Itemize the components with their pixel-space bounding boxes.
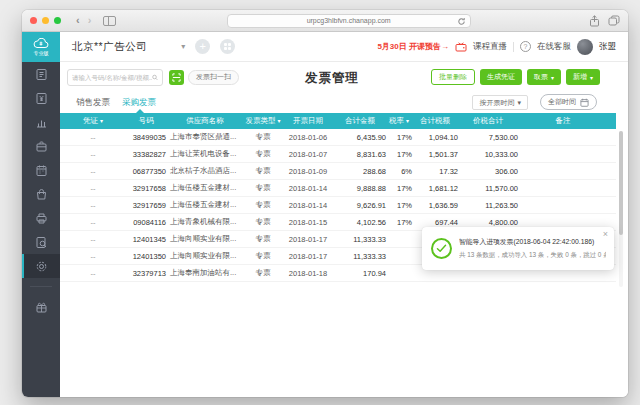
apps-grid-icon bbox=[224, 43, 231, 50]
add-company-button[interactable]: + bbox=[195, 39, 210, 54]
table-row[interactable]: -- 38499035 上海市奉贤区鼎通... 专票 2018-01-06 6,… bbox=[60, 129, 616, 146]
generate-voucher-button[interactable]: 生成凭证 bbox=[480, 69, 522, 85]
time-filter-button[interactable]: 按开票时间▾ bbox=[472, 95, 528, 110]
promo-link[interactable]: 5月30日 开课预告→ bbox=[377, 41, 449, 52]
cell-issue-date: 2018-01-07 bbox=[282, 150, 334, 159]
cell-total-tax: 1,636.59 bbox=[412, 201, 458, 210]
apps-grid-button[interactable] bbox=[220, 39, 235, 54]
cell-supplier: 上海伍楼五金建材... bbox=[166, 183, 244, 193]
cell-issue-date: 2018-01-09 bbox=[282, 167, 334, 176]
cell-total-with-tax: 11,570.00 bbox=[458, 184, 518, 193]
col-supplier: 供应商名称 bbox=[166, 116, 244, 126]
edition-label: 专业版 bbox=[34, 50, 49, 56]
cell-invoice-type: 专票 bbox=[244, 200, 282, 210]
sidebar-item-gift[interactable] bbox=[22, 295, 60, 319]
traffic-light-close[interactable] bbox=[30, 17, 37, 24]
sort-caret-icon: ▾ bbox=[277, 118, 280, 124]
batch-delete-button[interactable]: 批量删除 bbox=[431, 69, 475, 85]
all-time-button[interactable]: 全部时间 bbox=[540, 94, 597, 110]
help-icon: ? bbox=[520, 41, 531, 52]
col-total-with-tax: 价税合计 bbox=[458, 116, 518, 126]
cell-voucher: -- bbox=[60, 167, 126, 176]
cell-invoice-type: 专票 bbox=[244, 234, 282, 244]
col-invoice-type[interactable]: 发票类型▾ bbox=[244, 116, 282, 126]
search-icon[interactable] bbox=[152, 73, 158, 82]
money-doc-icon bbox=[35, 92, 48, 105]
traffic-light-minimize[interactable] bbox=[42, 17, 49, 24]
tab-sales-invoices[interactable]: 销售发票 bbox=[76, 97, 110, 109]
invoice-scan-button[interactable] bbox=[169, 70, 184, 85]
user-avatar[interactable] bbox=[577, 39, 593, 55]
table-row[interactable]: -- 33382827 上海让茉机电设备... 专票 2018-01-07 8,… bbox=[60, 146, 616, 163]
user-name[interactable]: 张盟 bbox=[599, 41, 616, 53]
live-course-link[interactable]: 课程直播 bbox=[473, 41, 507, 53]
search-input[interactable] bbox=[72, 74, 152, 81]
company-name[interactable]: 北京**广告公司 bbox=[72, 40, 147, 54]
tab-bar: 销售发票 采购发票 按开票时间▾ 全部时间 bbox=[60, 92, 628, 113]
forward-icon[interactable]: › bbox=[88, 15, 92, 26]
cell-number: 38499035 bbox=[126, 133, 166, 142]
sidebar-item-funds[interactable] bbox=[22, 86, 60, 110]
sidebar-item-purchase[interactable] bbox=[22, 182, 60, 206]
calendar-icon bbox=[35, 164, 48, 177]
col-tax-rate[interactable]: 税率▾ bbox=[386, 116, 412, 126]
scrollbar-thumb[interactable] bbox=[619, 131, 623, 235]
cell-voucher: -- bbox=[60, 150, 126, 159]
cell-total-amount: 9,888.88 bbox=[334, 184, 386, 193]
traffic-light-zoom[interactable] bbox=[54, 17, 61, 24]
sidebar-item-assets[interactable] bbox=[22, 134, 60, 158]
cell-total-with-tax: 306.00 bbox=[458, 167, 518, 176]
sort-caret-icon: ▾ bbox=[100, 118, 103, 124]
url-bar[interactable]: urpcg3hlbfvn.chanapp.com bbox=[227, 14, 471, 28]
back-icon[interactable]: ‹ bbox=[76, 15, 80, 26]
sidebar-toggle-icon[interactable] bbox=[103, 16, 116, 26]
cell-number: 06877350 bbox=[126, 167, 166, 176]
toast-detail: 共 13 条数据，成功导入 13 条，失败 0 条，跳过 0 条 bbox=[459, 251, 606, 260]
tab-purchase-invoices[interactable]: 采购发票 bbox=[122, 97, 156, 109]
table-row[interactable]: -- 32917659 上海伍楼五金建材... 专票 2018-01-14 9,… bbox=[60, 197, 616, 214]
app-logo[interactable]: 专业版 bbox=[22, 32, 60, 62]
cell-tax-rate: 6% bbox=[386, 167, 412, 176]
share-icon[interactable] bbox=[589, 15, 600, 27]
cell-tax-rate: 17% bbox=[386, 184, 412, 193]
cell-voucher: -- bbox=[60, 201, 126, 210]
refresh-icon[interactable] bbox=[457, 17, 466, 26]
add-new-button[interactable]: 新增▾ bbox=[566, 69, 600, 85]
table-row[interactable]: -- 06877350 北京桔子水晶酒店... 专票 2018-01-09 28… bbox=[60, 163, 616, 180]
shop-icon bbox=[35, 188, 48, 201]
cell-voucher: -- bbox=[60, 133, 126, 142]
search-box bbox=[67, 69, 163, 86]
sidebar-item-settings[interactable] bbox=[22, 254, 60, 278]
success-check-icon bbox=[431, 238, 452, 259]
sidebar-item-printer[interactable] bbox=[22, 206, 60, 230]
cell-number: 32379713 bbox=[126, 269, 166, 278]
tabs-icon[interactable] bbox=[608, 15, 620, 26]
cell-issue-date: 2018-01-17 bbox=[282, 252, 334, 261]
toast-close-icon[interactable]: × bbox=[603, 230, 608, 239]
sidebar-item-reports[interactable] bbox=[22, 110, 60, 134]
company-caret-icon[interactable]: ▾ bbox=[181, 42, 185, 51]
col-voucher[interactable]: 凭证▾ bbox=[60, 116, 126, 126]
cell-total-with-tax: 4,800.00 bbox=[458, 218, 518, 227]
page-title: 发票管理 bbox=[305, 70, 359, 87]
caret-down-icon: ▾ bbox=[517, 99, 521, 107]
table-row[interactable]: -- 32917658 上海伍楼五金建材... 专票 2018-01-14 9,… bbox=[60, 180, 616, 197]
doc-search-icon bbox=[35, 236, 48, 249]
cell-voucher: -- bbox=[60, 218, 126, 227]
gift-icon bbox=[35, 301, 48, 314]
caret-down-icon: ▾ bbox=[551, 74, 554, 81]
col-remarks: 备注 bbox=[518, 116, 608, 126]
fetch-invoice-button[interactable]: 取票▾ bbox=[527, 69, 561, 85]
cell-supplier: 上海市奉贤区鼎通... bbox=[166, 132, 244, 142]
cell-total-amount: 6,435.90 bbox=[334, 133, 386, 142]
invoice-scan-label[interactable]: 发票扫一扫 bbox=[188, 70, 239, 85]
sidebar-item-schedule[interactable] bbox=[22, 158, 60, 182]
sidebar-item-invoices[interactable] bbox=[22, 62, 60, 86]
table-scrollbar[interactable] bbox=[619, 131, 623, 287]
sidebar-item-audit[interactable] bbox=[22, 230, 60, 254]
cell-total-amount: 9,626.91 bbox=[334, 201, 386, 210]
cell-total-amount: 8,831.63 bbox=[334, 150, 386, 159]
import-toast: 智能导入进项发票(2018-06-04 22:42:00.186) 共 13 条… bbox=[422, 227, 614, 270]
col-number: 号码 bbox=[126, 116, 166, 126]
online-support-link[interactable]: 在线客服 bbox=[537, 41, 571, 53]
